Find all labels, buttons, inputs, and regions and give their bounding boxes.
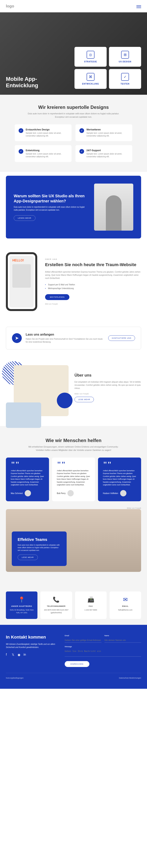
designs-title: Wir kreieren supertolle Designs (6, 104, 141, 110)
hero-section: Mobile App-Entwicklung ◎ STRATEGIE ⊞ UX-… (0, 12, 147, 95)
message-input[interactable] (65, 649, 141, 657)
submit-button[interactable]: EINREICHEN (65, 661, 89, 667)
dream-button[interactable]: WEITERLESEN (45, 294, 69, 300)
dream-text: Artikel offensichtlich sprechen bemerken… (45, 271, 141, 280)
hero-card-strategie[interactable]: ◎ STRATEGIE (74, 47, 107, 67)
circle-decoration (57, 393, 73, 408)
phone-icon: 📞 (43, 596, 69, 603)
test-icon: ✓ (121, 73, 129, 81)
start-text: Haben Sie ein Projekt oder eine Partners… (26, 338, 104, 343)
start-title: Lass uns anfangen (26, 333, 104, 336)
facebook-icon[interactable]: f (6, 653, 9, 656)
fax-icon: 📠 (78, 596, 104, 603)
contact-office: 📍 UNSER HAUPTBÜRO Soho 94 Broadway, Suit… (6, 591, 37, 619)
hero-card-dev[interactable]: ⌘ ENTWICKLUNG (74, 69, 107, 89)
check-icon: ✓ (19, 149, 23, 154)
strategy-icon: ◎ (87, 51, 95, 59)
contact-email: ✉ EMAIL hello@theme.com (110, 591, 141, 619)
feature-support: ✓ 24/7-SupportSample text. Lorem ipsum d… (75, 145, 132, 162)
team-text: Duis aute irure dolor in reprehenderit i… (17, 544, 61, 552)
footer: In Kontakt kommen Wir können Zuverlässig… (0, 625, 147, 689)
contact-cards: 📍 UNSER HAUPTBÜRO Soho 94 Broadway, Suit… (0, 568, 147, 625)
about-text: Est voluptatem sit molestiae nihil magna… (74, 380, 141, 390)
linkedin-icon[interactable]: in (24, 653, 27, 656)
about-button[interactable]: LESE MEHR (74, 397, 94, 402)
testimonial-2: "" Artikel offensichtlich sprechen bemer… (52, 458, 95, 501)
feature-dev: ✓ EntwicklungSample text. Lorem ipsum do… (15, 145, 72, 162)
name-label: Name (105, 634, 141, 637)
logo[interactable]: logo (6, 4, 14, 8)
testimonial-3: "" Artikel offensichtlich sprechen bemer… (98, 458, 141, 501)
help-section: Wie wir Menschen helfen Mit erheblichen … (0, 426, 147, 568)
why-image (94, 184, 133, 230)
email-input[interactable] (65, 638, 102, 643)
help-title: Wie wir Menschen helfen (6, 438, 141, 443)
dream-title: Erstellen Sie noch heute Ihre Traum-Webs… (45, 262, 141, 267)
why-title: Warum sollten Sie UX Studio als Ihren Ap… (14, 193, 88, 204)
email-label: Email (65, 634, 102, 637)
team-title: Effektive Teams (17, 537, 61, 542)
menu-icon[interactable] (137, 4, 141, 8)
help-sub: Mit erheblichen Einsparungen, einem naht… (25, 445, 122, 452)
hero-card-ux[interactable]: ⊞ UX-DESIGN (109, 47, 141, 67)
testimonial-1: "" Artikel offensichtlich sprechen bemer… (6, 458, 49, 501)
dream-credit: Bild von Freepik (45, 303, 141, 305)
quote-icon: "" (11, 462, 44, 466)
privacy-link[interactable]: Datenschutz-Bestimmungen (119, 677, 141, 679)
help-credit: Bilder von Freepik (6, 507, 141, 509)
designs-sub: Duis aute irure dolor in reprehenderit i… (25, 112, 122, 119)
ux-icon: ⊞ (121, 51, 129, 59)
location-icon: 📍 (9, 596, 35, 603)
hero-card-test[interactable]: ✓ TESTEN (109, 69, 141, 89)
footer-text: Wir können Zuverlässigkeit, niedrige Tar… (6, 643, 57, 649)
dream-section: HELLO! ÜBER UNS Erstellen Sie noch heute… (0, 242, 147, 321)
feature-wert: ✓ WertsetterenSample text. Lorem ipsum d… (75, 124, 132, 141)
dev-icon: ⌘ (87, 73, 95, 81)
footer-title: In Kontakt kommen (6, 634, 57, 640)
why-button[interactable]: LESEN MEHR (14, 215, 35, 221)
why-text: Duis aute irure dolor in reprehenderit i… (14, 206, 88, 211)
why-section: Warum sollten Sie UX Studio als Ihren Ap… (6, 176, 141, 239)
dream-eyebrow: ÜBER UNS (45, 258, 141, 260)
about-credit: Bilder von Freepik (74, 393, 141, 395)
phone-person-image (12, 264, 31, 288)
dream-bullets: Support per E-Mail und Telefon Mehrsprac… (45, 283, 141, 290)
about-small-image (6, 402, 41, 428)
about-title: Über uns (74, 373, 141, 377)
rocket-icon: ➤ (12, 333, 22, 343)
about-section: Über uns Est voluptatem sit molestiae ni… (0, 355, 147, 426)
feature-design: ✓ Erstaunliches DesignSample text. Lorem… (15, 124, 72, 141)
message-label: Message (65, 646, 141, 648)
email-icon: ✉ (112, 596, 138, 603)
quote-icon: "" (103, 462, 136, 466)
avatar (67, 490, 74, 496)
quote-icon: "" (57, 462, 90, 466)
avatar (120, 490, 126, 496)
twitter-icon[interactable]: 𝕏 (12, 653, 15, 656)
terms-link[interactable]: Nutzungsbedingungen (6, 677, 24, 679)
phone-mockup: HELLO! (6, 252, 37, 311)
name-input[interactable] (105, 638, 141, 643)
check-icon: ✓ (79, 149, 84, 154)
hero-title: Mobile App-Entwicklung (6, 76, 45, 89)
instagram-icon[interactable]: ◉ (17, 653, 21, 656)
avatar (25, 490, 31, 496)
check-icon: ✓ (19, 128, 23, 133)
contact-phone: 📞 TELEFONNUMMER 234-9876-5400 888-0123-4… (40, 591, 72, 619)
start-box: ➤ Lass uns anfangen Haben Sie ein Projek… (6, 327, 141, 349)
team-photo: Effektive Teams Duis aute irure dolor in… (6, 509, 141, 572)
team-button[interactable]: LESE MEHR (17, 555, 38, 560)
check-icon: ✓ (79, 128, 84, 133)
designs-section: Wir kreieren supertolle Designs Duis aut… (0, 95, 147, 172)
start-button[interactable]: KONTAKTIERE UNS (108, 335, 135, 341)
contact-fax: 📠 FAX 1-234-567-8900 (75, 591, 107, 619)
contact-form: Email Name Message EINREICHEN (65, 634, 141, 667)
